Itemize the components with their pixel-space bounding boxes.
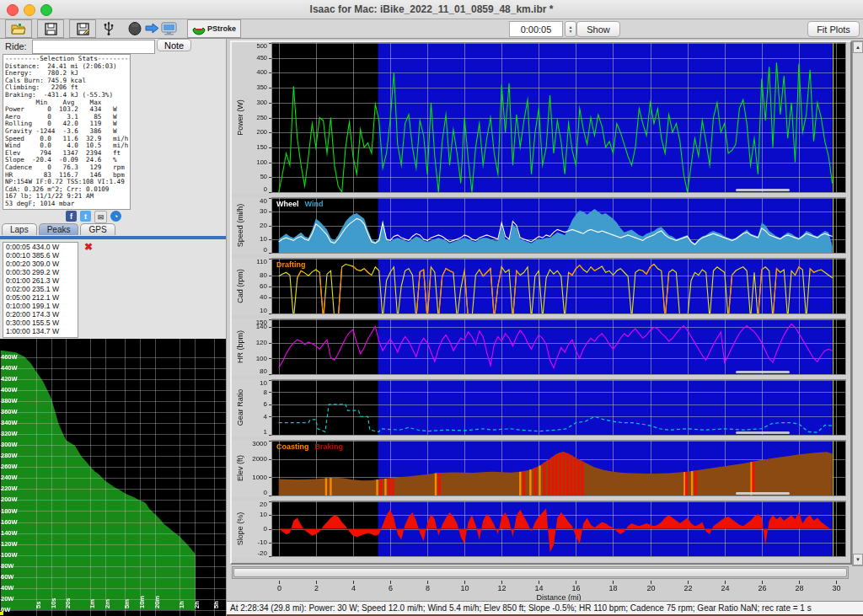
cadence-plot[interactable] bbox=[232, 258, 847, 315]
usb-device-button[interactable] bbox=[99, 19, 118, 36]
ride-plots-block bbox=[230, 40, 852, 565]
note-button[interactable]: Note bbox=[157, 39, 191, 51]
app-window: Isaac for Mac: iBike_2022_11_01_0859_48_… bbox=[0, 0, 863, 616]
pane-power bbox=[232, 42, 850, 194]
pstroke-logo-icon bbox=[192, 23, 206, 35]
ride-name-input[interactable] bbox=[32, 40, 155, 54]
peak-row[interactable]: 0:30:00 155.5 W bbox=[3, 319, 78, 327]
peak-time-input[interactable]: 0:00:05 bbox=[509, 21, 563, 37]
scroll-up-icon[interactable]: ▲ bbox=[853, 41, 863, 53]
pstroke-button[interactable]: PStroke bbox=[187, 19, 241, 38]
pane-gear bbox=[232, 379, 850, 437]
usb-icon bbox=[104, 21, 114, 35]
vertical-scrollbar[interactable]: ▲ ▼ bbox=[852, 40, 863, 566]
pane-slope bbox=[232, 501, 850, 558]
peaks-panel: 0:00:05 434.0 W0:00:10 385.6 W0:00:20 30… bbox=[0, 239, 226, 339]
power-plot[interactable] bbox=[232, 42, 847, 194]
open-folder-icon bbox=[11, 23, 26, 35]
selection-stats-box: ---------Selection Stats--------- Distan… bbox=[3, 54, 131, 210]
horizontal-scrollbar[interactable] bbox=[232, 566, 849, 579]
save-floppy-icon bbox=[45, 23, 57, 35]
peak-row[interactable]: 0:00:10 385.6 W bbox=[3, 251, 78, 260]
toolbar: PStroke 0:00:05 ▲▼ Show english ▲▼ dist … bbox=[0, 19, 863, 39]
peak-row[interactable]: 0:01:00 261.3 W bbox=[3, 276, 78, 285]
peak-row[interactable]: 1:00:00 134.7 W bbox=[3, 327, 78, 335]
pane-cadence bbox=[232, 258, 850, 315]
gear-plot[interactable] bbox=[232, 379, 847, 437]
horizontal-scrollbar-thumb[interactable] bbox=[233, 568, 847, 577]
power-duration-chart[interactable] bbox=[0, 339, 226, 616]
save-as-button[interactable] bbox=[69, 19, 96, 38]
email-icon[interactable]: ✉ bbox=[94, 211, 107, 223]
fit-plots-label: Fit Plots bbox=[817, 24, 850, 35]
twitter-icon[interactable]: t bbox=[80, 211, 91, 222]
device-to-computer-icon bbox=[127, 21, 178, 35]
google-earth-icon[interactable]: ◔ bbox=[110, 211, 121, 222]
power-duration-panel bbox=[0, 339, 226, 616]
window-title: Isaac for Mac: iBike_2022_11_01_0859_48_… bbox=[0, 3, 863, 15]
tab-laps[interactable]: Laps bbox=[2, 223, 37, 235]
peak-row[interactable]: 0:00:30 299.2 W bbox=[3, 268, 78, 276]
title-bar: Isaac for Mac: iBike_2022_11_01_0859_48_… bbox=[0, 0, 863, 19]
peak-row[interactable]: 0:00:05 434.0 W bbox=[3, 243, 78, 251]
peak-time-value: 0:00:05 bbox=[521, 24, 552, 35]
status-bar: At 2:28:34 (29.8 mi): Power: 30 W; Speed… bbox=[227, 601, 863, 616]
download-ride-button[interactable] bbox=[125, 19, 180, 36]
main-area: ▲ ▼ At 2:28:34 (29.8 mi): Power: 30 W; S… bbox=[227, 39, 863, 616]
peak-time-stepper[interactable]: ▲▼ bbox=[565, 21, 576, 37]
fit-plots-button[interactable]: Fit Plots bbox=[807, 21, 860, 37]
pstroke-label: PStroke bbox=[207, 24, 236, 33]
ride-plots bbox=[232, 42, 850, 558]
share-icons-row: f t ✉ ◔ bbox=[66, 211, 121, 223]
status-text: At 2:28:34 (29.8 mi): Power: 30 W; Speed… bbox=[230, 603, 812, 613]
peak-row[interactable]: 0:10:00 199.1 W bbox=[3, 302, 78, 310]
scroll-down-icon[interactable]: ▼ bbox=[853, 554, 863, 565]
ride-row: Ride: Note bbox=[0, 39, 226, 54]
show-button[interactable]: Show bbox=[576, 21, 620, 37]
open-file-button[interactable] bbox=[5, 19, 32, 38]
peak-row[interactable]: 0:05:00 212.1 W bbox=[3, 293, 78, 302]
pane-elev bbox=[232, 440, 850, 497]
save-button[interactable] bbox=[37, 19, 64, 38]
left-panel: Ride: Note ---------Selection Stats-----… bbox=[0, 39, 227, 616]
panel-tabs: Laps Peaks GPS bbox=[2, 223, 115, 235]
speed-plot[interactable] bbox=[232, 197, 847, 254]
tab-gps[interactable]: GPS bbox=[80, 223, 115, 235]
distance-axis bbox=[232, 581, 847, 603]
save-as-floppy-icon bbox=[77, 23, 89, 35]
tab-peaks[interactable]: Peaks bbox=[39, 223, 79, 235]
slope-plot[interactable] bbox=[232, 501, 847, 558]
elev-plot[interactable] bbox=[232, 440, 847, 497]
show-button-label: Show bbox=[587, 24, 610, 35]
pane-speed bbox=[232, 197, 850, 254]
peak-row[interactable]: 0:20:00 174.3 W bbox=[3, 310, 78, 319]
selection-stats-text: ---------Selection Stats--------- Distan… bbox=[5, 56, 128, 207]
peak-row[interactable]: 0:00:20 309.0 W bbox=[3, 260, 78, 268]
peak-row[interactable]: 0:02:00 235.1 W bbox=[3, 285, 78, 293]
close-peaks-icon[interactable]: ✖ bbox=[84, 241, 93, 253]
facebook-icon[interactable]: f bbox=[66, 211, 77, 222]
pane-hr bbox=[232, 319, 850, 376]
ride-label: Ride: bbox=[5, 41, 27, 51]
peaks-list[interactable]: 0:00:05 434.0 W0:00:10 385.6 W0:00:20 30… bbox=[3, 242, 78, 338]
hr-plot[interactable] bbox=[232, 319, 847, 376]
distance-axis-canvas bbox=[232, 581, 847, 603]
